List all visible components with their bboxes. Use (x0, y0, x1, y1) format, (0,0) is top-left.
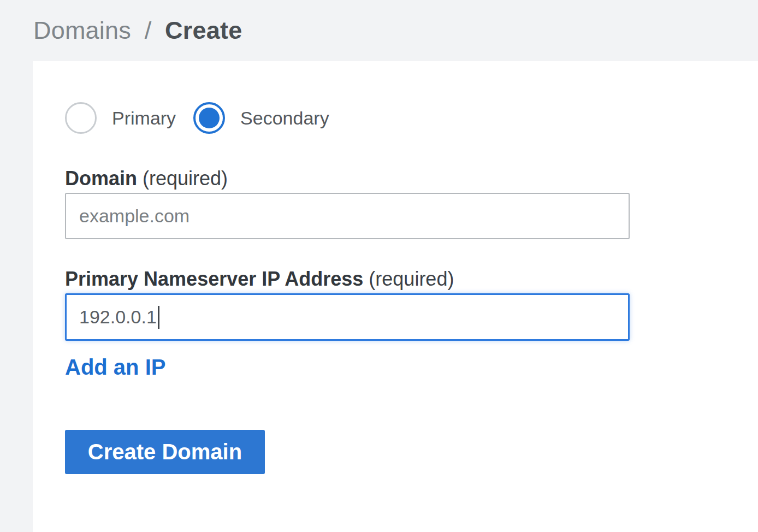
create-domain-form-card: Primary Secondary Domain (required) Prim… (33, 61, 758, 532)
breadcrumb-separator: / (145, 16, 152, 44)
radio-selected-dot (199, 108, 220, 128)
primary-ns-ip-value: 192.0.0.1 (79, 306, 157, 328)
domain-field: Domain (required) (65, 167, 736, 239)
domain-field-label: Domain (required) (65, 167, 736, 190)
domain-type-radio-group: Primary Secondary (65, 102, 736, 134)
radio-selected-icon[interactable] (193, 102, 225, 134)
radio-unselected-icon[interactable] (65, 102, 97, 134)
text-cursor (158, 306, 159, 329)
add-ip-link[interactable]: Add an IP (65, 355, 165, 380)
primary-ns-ip-required-text: (required) (369, 268, 454, 290)
domain-label-text: Domain (65, 167, 137, 190)
radio-label-primary: Primary (112, 108, 176, 129)
radio-option-secondary[interactable]: Secondary (193, 102, 329, 134)
create-domain-button[interactable]: Create Domain (65, 430, 265, 474)
breadcrumb-domains-link[interactable]: Domains (33, 16, 131, 44)
radio-option-primary[interactable]: Primary (65, 102, 176, 134)
domain-input[interactable] (65, 193, 630, 239)
radio-label-secondary: Secondary (240, 108, 329, 129)
breadcrumb: Domains / Create (33, 16, 242, 45)
spacer (65, 239, 736, 268)
primary-ns-ip-label-text: Primary Nameserver IP Address (65, 268, 363, 290)
top-bar: Domains / Create (0, 0, 758, 61)
primary-nameserver-ip-field: Primary Nameserver IP Address (required)… (65, 268, 736, 341)
primary-ns-ip-input[interactable]: 192.0.0.1 (65, 293, 630, 341)
domain-required-text: (required) (143, 167, 228, 190)
primary-ns-ip-label: Primary Nameserver IP Address (required) (65, 268, 736, 291)
page-title: Create (165, 16, 242, 44)
